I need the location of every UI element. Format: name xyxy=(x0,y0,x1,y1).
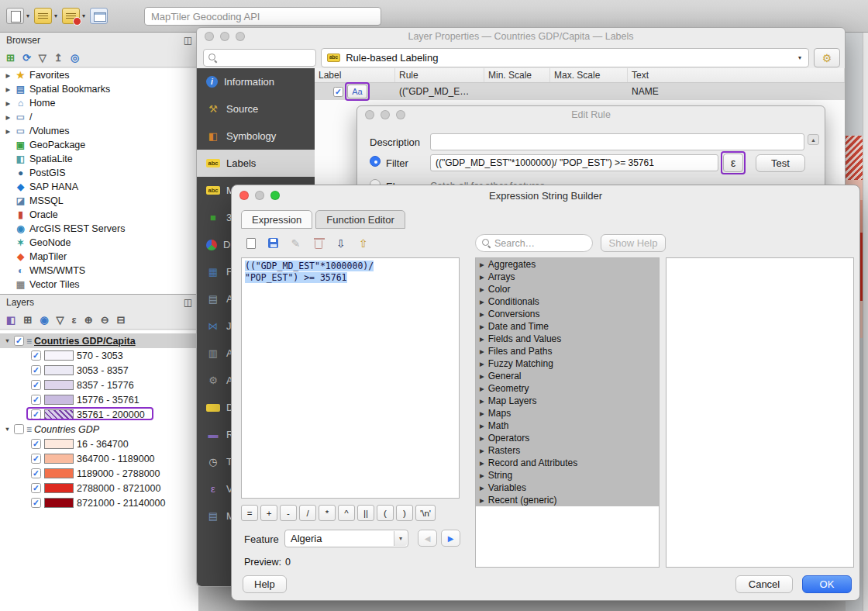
operator-button[interactable]: * xyxy=(319,505,336,521)
add-group-icon[interactable]: ⊞ xyxy=(23,315,32,325)
new-expression-button[interactable] xyxy=(241,234,260,252)
layer-row[interactable]: ▼ ✓ ≡ Countries GDP/Capita xyxy=(0,333,198,348)
column-header[interactable]: Text xyxy=(628,68,845,82)
function-group-row[interactable]: ▶ Conversions xyxy=(476,308,659,320)
browser-item[interactable]: ▶ ▭ /Volumes xyxy=(0,124,198,138)
expand-icon[interactable]: ▶ xyxy=(480,497,484,504)
layer-checkbox[interactable]: ✓ xyxy=(31,409,41,419)
add-layer-icon[interactable]: ⊞ xyxy=(6,53,15,63)
layer-checkbox[interactable]: ✓ xyxy=(31,439,41,449)
layer-checkbox[interactable] xyxy=(14,424,24,434)
operator-button[interactable]: ( xyxy=(377,505,394,521)
text-annotation-icon[interactable] xyxy=(34,8,52,24)
test-button[interactable]: Test xyxy=(756,154,805,172)
edit-expression-button[interactable]: ✎ xyxy=(286,234,305,252)
function-group-row[interactable]: ▶ Maps xyxy=(476,407,659,419)
browser-item[interactable]: ◆ SAP HANA xyxy=(0,180,198,194)
function-group-row[interactable]: ▶ Rasters xyxy=(476,444,659,457)
expand-icon[interactable]: ▼ xyxy=(3,426,12,433)
manage-themes-icon[interactable]: ◉ xyxy=(40,315,48,325)
expand-icon[interactable]: ▶ xyxy=(480,336,484,343)
expand-icon[interactable]: ▶ xyxy=(5,86,12,93)
export-expressions-button[interactable]: ⇧ xyxy=(353,234,373,252)
layer-checkbox[interactable]: ✓ xyxy=(31,468,41,478)
expand-icon[interactable]: ▼ xyxy=(3,337,12,344)
refresh-icon[interactable]: ⟳ xyxy=(22,53,31,63)
zoom-button[interactable] xyxy=(236,32,245,41)
layer-checkbox[interactable]: ✓ xyxy=(31,380,41,390)
map-scrollbar[interactable] xyxy=(863,33,868,611)
zoom-button[interactable] xyxy=(270,191,280,200)
tab-function-editor[interactable]: Function Editor xyxy=(315,210,405,229)
expand-icon[interactable]: ▶ xyxy=(5,128,12,135)
function-group-row[interactable]: ▶ Math xyxy=(476,419,659,432)
function-group-row[interactable]: ▶ Map Layers xyxy=(476,395,659,407)
expand-icon[interactable]: ▶ xyxy=(480,286,484,293)
delete-expression-button[interactable] xyxy=(308,234,328,252)
filter-browser-icon[interactable]: ▽ xyxy=(39,53,46,63)
browser-item[interactable]: ● PostGIS xyxy=(0,166,198,180)
expand-icon[interactable]: ▶ xyxy=(480,323,484,330)
browser-item[interactable]: ▮ Oracle xyxy=(0,208,198,222)
open-styling-panel-icon[interactable]: ◧ xyxy=(6,315,16,325)
operator-button[interactable]: + xyxy=(260,505,277,521)
annotation-tool-icon[interactable] xyxy=(6,8,24,24)
browser-item[interactable]: ▶ ▭ / xyxy=(0,110,198,124)
save-expression-button[interactable] xyxy=(264,234,283,252)
layer-checkbox[interactable]: ✓ xyxy=(31,365,41,375)
browser-item[interactable]: ◧ SpatiaLite xyxy=(0,152,198,166)
tab-expression[interactable]: Expression xyxy=(241,210,312,229)
expand-icon[interactable]: ▶ xyxy=(480,423,484,430)
column-header[interactable]: Min. Scale xyxy=(484,68,550,82)
expression-builder-button[interactable]: ε xyxy=(723,154,743,172)
layer-checkbox[interactable]: ✓ xyxy=(31,454,41,464)
layer-row[interactable]: ✓ 364700 - 1189000 xyxy=(0,451,198,466)
layer-row[interactable]: ✓ 8357 - 15776 xyxy=(0,378,198,392)
browser-item[interactable]: ◆ MapTiler xyxy=(0,250,198,264)
properties-search-input[interactable] xyxy=(203,49,316,67)
layer-checkbox[interactable]: ✓ xyxy=(31,350,41,361)
expand-icon[interactable]: ▶ xyxy=(480,274,484,281)
expression-editor[interactable]: (("GDP_MD_EST"*1000000)/ "POP_EST") >= 3… xyxy=(241,257,460,499)
expand-icon[interactable]: ▶ xyxy=(480,410,484,417)
browser-item[interactable]: ▣ GeoPackage xyxy=(0,138,198,152)
operator-button[interactable]: ) xyxy=(396,505,413,521)
layer-row[interactable]: ✓ 3053 - 8357 xyxy=(0,363,198,378)
expand-icon[interactable]: ▶ xyxy=(480,299,484,306)
layer-checkbox[interactable]: ✓ xyxy=(14,336,24,346)
minimize-button[interactable] xyxy=(255,191,264,200)
geocoding-search-input[interactable]: MapTiler Geocoding API xyxy=(144,7,381,26)
column-header[interactable]: Rule xyxy=(395,68,484,82)
scroll-up-button[interactable]: ▲ xyxy=(808,134,819,145)
column-header[interactable]: Max. Scale xyxy=(550,68,628,82)
function-group-row[interactable]: ▶ Fuzzy Matching xyxy=(476,357,659,370)
browser-item[interactable]: ▦ Vector Tiles xyxy=(0,278,198,292)
function-group-row[interactable]: ▶ Variables xyxy=(476,482,659,494)
close-button[interactable] xyxy=(365,110,374,119)
column-header[interactable]: Label xyxy=(315,68,395,82)
properties-tab[interactable]: abc Labels xyxy=(197,150,315,177)
operator-button[interactable]: '\n' xyxy=(415,505,436,521)
show-help-button[interactable]: Show Help xyxy=(601,234,666,252)
properties-tab[interactable]: i Information xyxy=(197,68,315,95)
function-group-row[interactable]: ▶ String xyxy=(476,469,659,482)
minimize-button[interactable] xyxy=(381,110,390,119)
filter-expression-field[interactable]: (("GDP_MD_EST"*1000000)/ "POP_EST") >= 3… xyxy=(430,154,718,171)
expand-icon[interactable]: ▶ xyxy=(480,472,484,479)
function-group-row[interactable]: ▶ Fields and Values xyxy=(476,333,659,345)
rule-table-row[interactable]: ✓ Aa (("GDP_MD_E… NAME xyxy=(315,83,845,100)
browser-item[interactable]: ▶ ▤ Spatial Bookmarks xyxy=(0,82,198,96)
filter-radio[interactable] xyxy=(370,156,381,167)
new-layout-icon[interactable] xyxy=(90,8,108,24)
collapse-all-icon[interactable]: ⊖ xyxy=(101,315,109,325)
rule-checkbox[interactable]: ✓ xyxy=(333,87,343,97)
expand-icon[interactable]: ▶ xyxy=(480,385,484,392)
function-group-row[interactable]: ▶ Date and Time xyxy=(476,320,659,333)
expand-icon[interactable]: ▶ xyxy=(480,460,484,467)
expand-icon[interactable]: ▶ xyxy=(480,261,484,268)
expand-icon[interactable]: ▶ xyxy=(480,373,484,380)
browser-item[interactable]: ▶ ⌂ Home xyxy=(0,96,198,110)
expand-icon[interactable]: ▶ xyxy=(5,72,12,79)
label-style-button[interactable]: Aa xyxy=(347,85,367,98)
feature-select[interactable]: Algeria ▾ xyxy=(284,530,408,547)
